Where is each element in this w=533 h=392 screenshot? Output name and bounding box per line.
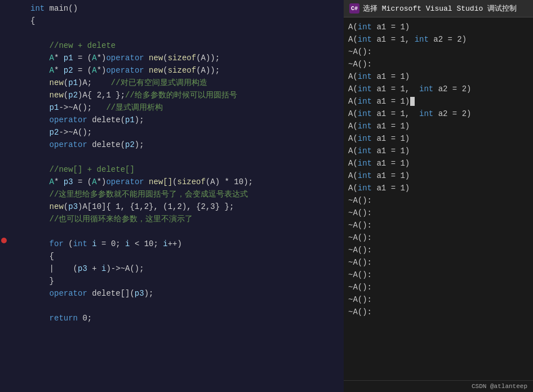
console-header: C# 选择 Microsoft Visual Studio 调试控制 [344,0,533,17]
line-26: return 0; [0,312,344,324]
console-line-21: ~A(): [348,269,528,281]
line-code: //new[] + delete[] [25,163,344,176]
console-footer: CSDN @atlanteep [344,380,533,392]
console-line-14: A(int a1 = 1) [348,182,528,194]
line-code: new(p2)A{ 2,1 };//给多参数的时候可以用圆括号 [25,89,344,101]
line-code [25,225,344,238]
console-line-17: ~A(): [348,219,528,231]
line-11: p2->~A(); [0,126,344,139]
line-16: //这里想给多参数就不能用圆括号了，会变成逗号表达式 [0,188,344,201]
footer-credit: CSDN @atlanteep [472,383,527,390]
line-code: { [25,15,344,27]
line-15: A* p3 = (A*)operator new[](sizeof(A) * 1… [0,176,344,188]
breakpoint-dot [1,238,7,243]
console-line-16: ~A(): [348,207,528,219]
console-panel: C# 选择 Microsoft Visual Studio 调试控制 A(int… [344,0,533,392]
line-code: operator delete[](p3); [25,287,344,300]
console-line-23: ~A(): [348,293,528,306]
line-code: //也可以用循环来给参数，这里不演示了 [25,213,344,225]
console-line-3: ~A(): [348,46,528,58]
breakpoint-col [0,238,8,243]
line-code: //这里想给多参数就不能用圆括号了，会变成逗号表达式 [25,188,344,201]
console-line-24: ~A(): [348,306,528,318]
line-code: new(p3)A[10]{ 1, {1,2}, (1,2), {2,3} }; [25,201,344,213]
line-20: for (int i = 0; i < 10; i++) [0,238,344,250]
console-line-1: A(int a1 = 1) [348,21,528,33]
line-22: | (p3 + i)->~A(); [0,262,344,275]
line-code: | (p3 + i)->~A(); [25,262,344,275]
line-code: p2->~A(); [25,126,344,139]
text-cursor [410,97,415,106]
line-7: new(p1)A; //对已有空间显式调用构造 [0,77,344,89]
console-line-22: ~A(): [348,281,528,293]
console-body: A(int a1 = 1) A(int a1 = 1, int a2 = 2) … [344,17,533,380]
line-code: p1->~A(); //显式调用析构 [25,101,344,114]
line-1: int main() [0,2,344,15]
console-line-19: ~A(): [348,244,528,256]
line-13 [0,151,344,163]
line-code: A* p1 = (A*)operator new(sizeof(A)); [25,52,344,64]
line-code [25,300,344,312]
console-title: 选择 Microsoft Visual Studio 调试控制 [363,3,517,14]
line-code [25,27,344,39]
line-code: operator delete(p2); [25,139,344,151]
line-8: new(p2)A{ 2,1 };//给多参数的时候可以用圆括号 [0,89,344,101]
console-line-4: ~A(): [348,58,528,70]
line-code: for (int i = 0; i < 10; i++) [25,238,344,250]
line-25 [0,300,344,312]
line-code: return 0; [25,312,344,324]
line-code: int main() [25,2,344,15]
line-5: A* p1 = (A*)operator new(sizeof(A)); [0,52,344,64]
console-line-15: ~A(): [348,194,528,207]
console-line-6: A(int a1 = 1, int a2 = 2) [348,83,528,95]
console-line-5: A(int a1 = 1) [348,70,528,83]
code-lines: int main() { //new + delete A* p1 = (A*)… [0,0,344,327]
console-line-13: A(int a1 = 1) [348,170,528,182]
line-code: } [25,275,344,287]
line-10: operator delete(p1); [0,114,344,126]
vs-icon: C# [349,3,359,14]
line-9: p1->~A(); //显式调用析构 [0,101,344,114]
console-line-12: A(int a1 = 1) [348,157,528,170]
line-code: A* p3 = (A*)operator new[](sizeof(A) * 1… [25,176,344,188]
line-14: //new[] + delete[] [0,163,344,176]
line-code: //new + delete [25,39,344,52]
line-4: //new + delete [0,39,344,52]
line-19 [0,225,344,238]
console-line-18: ~A(): [348,231,528,244]
console-line-11: A(int a1 = 1) [348,145,528,157]
code-editor: int main() { //new + delete A* p1 = (A*)… [0,0,344,392]
line-21: { [0,250,344,262]
line-code [25,151,344,163]
line-12: operator delete(p2); [0,139,344,151]
line-code: A* p2 = (A*)operator new(sizeof(A)); [25,64,344,77]
line-3 [0,27,344,39]
line-6: A* p2 = (A*)operator new(sizeof(A)); [0,64,344,77]
console-line-7: A(int a1 = 1) [348,95,528,108]
console-line-2: A(int a1 = 1, int a2 = 2) [348,33,528,46]
line-23: } [0,275,344,287]
console-line-8: A(int a1 = 1, int a2 = 2) [348,108,528,120]
line-2: { [0,15,344,27]
console-line-20: ~A(): [348,256,528,269]
line-code: new(p1)A; //对已有空间显式调用构造 [25,77,344,89]
line-code: operator delete(p1); [25,114,344,126]
line-18: //也可以用循环来给参数，这里不演示了 [0,213,344,225]
console-line-10: A(int a1 = 1) [348,132,528,145]
line-17: new(p3)A[10]{ 1, {1,2}, (1,2), {2,3} }; [0,201,344,213]
line-24: operator delete[](p3); [0,287,344,300]
line-code: { [25,250,344,262]
console-line-9: A(int a1 = 1) [348,120,528,132]
